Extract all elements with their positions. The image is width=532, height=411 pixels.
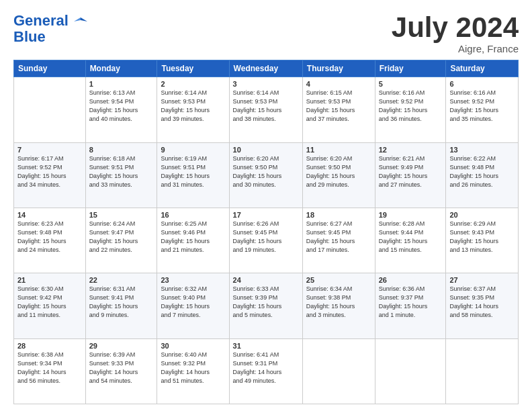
- day-cell: 12Sunrise: 6:21 AM Sunset: 9:49 PM Dayli…: [375, 142, 446, 208]
- day-number: 22: [89, 276, 154, 284]
- day-info: Sunrise: 6:29 AM Sunset: 9:43 PM Dayligh…: [449, 220, 515, 255]
- calendar-body: 1Sunrise: 6:13 AM Sunset: 9:54 PM Daylig…: [14, 77, 519, 404]
- day-cell: 23Sunrise: 6:32 AM Sunset: 9:40 PM Dayli…: [157, 273, 229, 338]
- day-info: Sunrise: 6:38 AM Sunset: 9:34 PM Dayligh…: [17, 351, 82, 385]
- day-cell: 25Sunrise: 6:34 AM Sunset: 9:38 PM Dayli…: [302, 273, 375, 338]
- day-cell: 11Sunrise: 6:20 AM Sunset: 9:50 PM Dayli…: [302, 142, 375, 208]
- logo: General Blue: [13, 12, 87, 44]
- day-info: Sunrise: 6:25 AM Sunset: 9:46 PM Dayligh…: [161, 220, 225, 255]
- day-number: 15: [89, 211, 154, 219]
- day-cell: 10Sunrise: 6:20 AM Sunset: 9:50 PM Dayli…: [229, 142, 302, 208]
- logo-line: General: [13, 12, 87, 30]
- day-info: Sunrise: 6:30 AM Sunset: 9:42 PM Dayligh…: [17, 285, 82, 320]
- day-cell: 13Sunrise: 6:22 AM Sunset: 9:48 PM Dayli…: [446, 142, 519, 208]
- day-info: Sunrise: 6:28 AM Sunset: 9:44 PM Dayligh…: [379, 220, 443, 255]
- day-cell: 26Sunrise: 6:36 AM Sunset: 9:37 PM Dayli…: [375, 273, 446, 338]
- day-number: 24: [233, 276, 299, 284]
- day-cell: 1Sunrise: 6:13 AM Sunset: 9:54 PM Daylig…: [85, 77, 157, 142]
- week-row-2: 7Sunrise: 6:17 AM Sunset: 9:52 PM Daylig…: [14, 142, 519, 208]
- day-info: Sunrise: 6:13 AM Sunset: 9:54 PM Dayligh…: [89, 89, 154, 124]
- day-cell: 17Sunrise: 6:26 AM Sunset: 9:45 PM Dayli…: [229, 208, 302, 273]
- day-number: 9: [161, 146, 225, 154]
- day-info: Sunrise: 6:16 AM Sunset: 9:52 PM Dayligh…: [379, 89, 443, 124]
- day-cell: [14, 77, 86, 142]
- day-cell: 3Sunrise: 6:14 AM Sunset: 9:53 PM Daylig…: [229, 77, 302, 142]
- day-info: Sunrise: 6:18 AM Sunset: 9:51 PM Dayligh…: [89, 154, 154, 189]
- day-info: Sunrise: 6:14 AM Sunset: 9:53 PM Dayligh…: [233, 89, 299, 124]
- day-number: 25: [306, 276, 371, 284]
- day-number: 5: [379, 80, 443, 88]
- day-cell: 7Sunrise: 6:17 AM Sunset: 9:52 PM Daylig…: [14, 142, 86, 208]
- week-row-1: 1Sunrise: 6:13 AM Sunset: 9:54 PM Daylig…: [14, 77, 519, 142]
- day-cell: 22Sunrise: 6:31 AM Sunset: 9:41 PM Dayli…: [85, 273, 157, 338]
- logo-bird-icon: [74, 16, 87, 27]
- day-info: Sunrise: 6:20 AM Sunset: 9:50 PM Dayligh…: [306, 154, 371, 189]
- day-number: 10: [233, 146, 299, 154]
- day-number: 20: [449, 211, 515, 219]
- day-info: Sunrise: 6:41 AM Sunset: 9:31 PM Dayligh…: [233, 351, 299, 385]
- logo-blue-text: Blue: [13, 30, 46, 44]
- day-number: 6: [449, 80, 515, 88]
- calendar-header: Sunday Monday Tuesday Wednesday Thursday…: [14, 60, 519, 77]
- svg-marker-1: [74, 17, 81, 21]
- day-info: Sunrise: 6:40 AM Sunset: 9:32 PM Dayligh…: [161, 351, 225, 385]
- calendar-table: Sunday Monday Tuesday Wednesday Thursday…: [13, 60, 519, 404]
- day-info: Sunrise: 6:31 AM Sunset: 9:41 PM Dayligh…: [89, 285, 154, 320]
- day-cell: 8Sunrise: 6:18 AM Sunset: 9:51 PM Daylig…: [85, 142, 157, 208]
- col-wednesday: Wednesday: [229, 60, 302, 77]
- day-number: 21: [17, 276, 82, 284]
- day-number: 4: [306, 80, 371, 88]
- day-cell: [375, 338, 446, 404]
- page: General Blue July 2024 Aigre, France Sun…: [0, 0, 532, 411]
- title-block: July 2024 Aigre, France: [392, 12, 519, 54]
- day-cell: 20Sunrise: 6:29 AM Sunset: 9:43 PM Dayli…: [446, 208, 519, 273]
- day-number: 8: [89, 146, 154, 154]
- day-info: Sunrise: 6:20 AM Sunset: 9:50 PM Dayligh…: [233, 154, 299, 189]
- week-row-4: 21Sunrise: 6:30 AM Sunset: 9:42 PM Dayli…: [14, 273, 519, 338]
- day-number: 1: [89, 80, 154, 88]
- day-number: 23: [161, 276, 225, 284]
- day-number: 13: [449, 146, 515, 154]
- col-tuesday: Tuesday: [157, 60, 229, 77]
- day-cell: 30Sunrise: 6:40 AM Sunset: 9:32 PM Dayli…: [157, 338, 229, 404]
- day-cell: 4Sunrise: 6:15 AM Sunset: 9:53 PM Daylig…: [302, 77, 375, 142]
- week-row-5: 28Sunrise: 6:38 AM Sunset: 9:34 PM Dayli…: [14, 338, 519, 404]
- day-number: 18: [306, 211, 371, 219]
- day-number: 30: [161, 342, 225, 350]
- day-cell: 27Sunrise: 6:37 AM Sunset: 9:35 PM Dayli…: [446, 273, 519, 338]
- day-info: Sunrise: 6:37 AM Sunset: 9:35 PM Dayligh…: [449, 285, 515, 320]
- day-info: Sunrise: 6:16 AM Sunset: 9:52 PM Dayligh…: [449, 89, 515, 124]
- logo-general: General: [13, 12, 69, 29]
- day-info: Sunrise: 6:33 AM Sunset: 9:39 PM Dayligh…: [233, 285, 299, 320]
- col-thursday: Thursday: [302, 60, 375, 77]
- day-cell: 31Sunrise: 6:41 AM Sunset: 9:31 PM Dayli…: [229, 338, 302, 404]
- day-cell: [446, 338, 519, 404]
- day-cell: 19Sunrise: 6:28 AM Sunset: 9:44 PM Dayli…: [375, 208, 446, 273]
- logo-text: General: [13, 12, 87, 30]
- day-info: Sunrise: 6:14 AM Sunset: 9:53 PM Dayligh…: [161, 89, 225, 124]
- day-info: Sunrise: 6:23 AM Sunset: 9:48 PM Dayligh…: [17, 220, 82, 255]
- day-cell: 14Sunrise: 6:23 AM Sunset: 9:48 PM Dayli…: [14, 208, 86, 273]
- day-info: Sunrise: 6:27 AM Sunset: 9:45 PM Dayligh…: [306, 220, 371, 255]
- day-info: Sunrise: 6:39 AM Sunset: 9:33 PM Dayligh…: [89, 351, 154, 385]
- day-number: 28: [17, 342, 82, 350]
- day-number: 29: [89, 342, 154, 350]
- day-cell: 29Sunrise: 6:39 AM Sunset: 9:33 PM Dayli…: [85, 338, 157, 404]
- day-cell: 28Sunrise: 6:38 AM Sunset: 9:34 PM Dayli…: [14, 338, 86, 404]
- day-info: Sunrise: 6:24 AM Sunset: 9:47 PM Dayligh…: [89, 220, 154, 255]
- day-cell: 9Sunrise: 6:19 AM Sunset: 9:51 PM Daylig…: [157, 142, 229, 208]
- day-number: 27: [449, 276, 515, 284]
- day-number: 31: [233, 342, 299, 350]
- week-row-3: 14Sunrise: 6:23 AM Sunset: 9:48 PM Dayli…: [14, 208, 519, 273]
- day-info: Sunrise: 6:17 AM Sunset: 9:52 PM Dayligh…: [17, 154, 82, 189]
- day-cell: 16Sunrise: 6:25 AM Sunset: 9:46 PM Dayli…: [157, 208, 229, 273]
- day-cell: 18Sunrise: 6:27 AM Sunset: 9:45 PM Dayli…: [302, 208, 375, 273]
- day-info: Sunrise: 6:22 AM Sunset: 9:48 PM Dayligh…: [449, 154, 515, 189]
- day-number: 26: [379, 276, 443, 284]
- day-number: 3: [233, 80, 299, 88]
- day-cell: 6Sunrise: 6:16 AM Sunset: 9:52 PM Daylig…: [446, 77, 519, 142]
- col-saturday: Saturday: [446, 60, 519, 77]
- day-number: 7: [17, 146, 82, 154]
- day-cell: 2Sunrise: 6:14 AM Sunset: 9:53 PM Daylig…: [157, 77, 229, 142]
- col-monday: Monday: [85, 60, 157, 77]
